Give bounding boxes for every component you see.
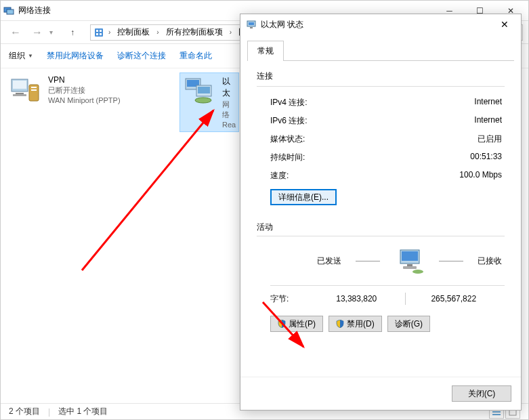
shield-icon xyxy=(278,320,286,328)
duration-value: 00:51:33 xyxy=(470,152,502,163)
history-dropdown[interactable]: ▾ xyxy=(49,28,60,36)
dialog-titlebar: 以太网 状态 ✕ xyxy=(240,14,521,35)
ipv6-value: Internet xyxy=(474,115,502,127)
speed-label: 速度: xyxy=(270,170,289,182)
svg-rect-2 xyxy=(95,28,103,37)
speed-value: 100.0 Mbps xyxy=(459,170,502,182)
chevron-right-icon: › xyxy=(227,28,234,36)
svg-rect-21 xyxy=(492,414,501,415)
network-device: Rea xyxy=(222,121,236,129)
diagnose-button[interactable]: 诊断这个连接 xyxy=(117,50,166,62)
svg-rect-26 xyxy=(250,27,253,28)
network-item-ethernet[interactable]: 以太 网络 Rea xyxy=(179,72,239,132)
network-item-vpn[interactable]: VPN 已断开连接 WAN Miniport (PPTP) xyxy=(6,72,169,107)
network-name: VPN xyxy=(48,75,121,85)
svg-rect-10 xyxy=(13,94,26,96)
control-panel-icon xyxy=(93,27,104,38)
network-status: 网络 xyxy=(222,100,236,120)
svg-point-31 xyxy=(412,270,423,274)
chevron-right-icon: › xyxy=(106,28,113,36)
network-name: 以太 xyxy=(222,76,236,99)
ipv4-label: IPv4 连接: xyxy=(270,97,308,108)
svg-rect-29 xyxy=(407,264,412,266)
svg-rect-13 xyxy=(31,89,37,91)
duration-label: 持续时间: xyxy=(270,152,305,163)
ethernet-icon xyxy=(183,76,215,104)
up-button[interactable]: ↑ xyxy=(63,23,82,42)
dialog-footer: 关闭(C) xyxy=(240,377,521,410)
disable-device-button[interactable]: 禁用此网络设备 xyxy=(47,50,104,62)
disable-button[interactable]: 禁用(D) xyxy=(329,316,382,332)
media-label: 媒体状态: xyxy=(270,133,305,145)
network-status: 已断开连接 xyxy=(48,85,121,96)
svg-point-18 xyxy=(195,98,211,103)
close-button[interactable]: 关闭(C) xyxy=(452,385,511,402)
action-buttons: 属性(P) 禁用(D) 诊断(G) xyxy=(257,308,505,335)
svg-rect-6 xyxy=(100,33,102,35)
media-value: 已启用 xyxy=(478,133,502,145)
svg-rect-4 xyxy=(100,30,102,32)
breadcrumb-item[interactable]: 所有控制面板项 xyxy=(163,25,226,39)
activity-header: 已发送 已接收 xyxy=(257,243,505,278)
properties-button[interactable]: 属性(P) xyxy=(270,316,323,332)
chevron-right-icon: › xyxy=(154,28,161,36)
back-button[interactable]: ← xyxy=(6,23,25,42)
connection-section-title: 连接 xyxy=(257,70,505,82)
breadcrumb-item[interactable]: 控制面板 xyxy=(114,25,152,39)
dialog-title: 以太网 状态 xyxy=(261,19,494,30)
svg-rect-5 xyxy=(96,33,98,35)
svg-rect-9 xyxy=(16,93,24,94)
details-button[interactable]: 详细信息(E)... xyxy=(270,189,337,205)
vpn-icon xyxy=(9,75,41,104)
organize-menu[interactable]: 组织▼ xyxy=(9,50,33,62)
network-item-info: 以太 网络 Rea xyxy=(222,76,236,129)
svg-rect-20 xyxy=(492,411,501,413)
svg-rect-3 xyxy=(96,30,98,32)
svg-rect-25 xyxy=(249,22,254,25)
network-device: WAN Miniport (PPTP) xyxy=(48,96,121,104)
ethernet-status-icon xyxy=(246,19,257,30)
svg-rect-17 xyxy=(198,87,210,93)
computer-icon xyxy=(395,246,425,276)
ethernet-status-dialog: 以太网 状态 ✕ 常规 连接 IPv4 连接:Internet IPv6 连接:… xyxy=(240,14,522,411)
dialog-close-button[interactable]: ✕ xyxy=(494,15,515,34)
tab-body: 连接 IPv4 连接:Internet IPv6 连接:Internet 媒体状… xyxy=(247,60,514,377)
ipv6-label: IPv6 连接: xyxy=(270,115,308,127)
tabstrip: 常规 xyxy=(240,35,521,60)
tab-general[interactable]: 常规 xyxy=(247,41,284,61)
svg-rect-1 xyxy=(7,9,14,14)
item-count: 2 个项目 xyxy=(9,406,40,417)
shield-icon xyxy=(336,320,344,328)
activity-section-title: 活动 xyxy=(257,222,505,233)
forward-button[interactable]: → xyxy=(28,23,47,42)
sent-label: 已发送 xyxy=(317,255,341,267)
network-item-info: VPN 已断开连接 WAN Miniport (PPTP) xyxy=(48,75,121,104)
network-icon xyxy=(3,5,14,16)
selected-count: 选中 1 个项目 xyxy=(58,406,108,417)
bytes-received: 265,567,822 xyxy=(406,294,503,303)
bytes-sent: 13,383,820 xyxy=(308,294,405,303)
svg-rect-12 xyxy=(31,87,37,88)
svg-rect-28 xyxy=(402,251,418,261)
svg-rect-8 xyxy=(13,81,26,89)
diagnose-button[interactable]: 诊断(G) xyxy=(387,316,430,332)
received-label: 已接收 xyxy=(478,255,502,267)
rename-button[interactable]: 重命名此 xyxy=(179,50,212,62)
svg-rect-30 xyxy=(403,266,417,269)
bytes-row: 字节: 13,383,820 265,567,822 xyxy=(257,290,505,308)
ipv4-value: Internet xyxy=(474,97,502,108)
bytes-label: 字节: xyxy=(270,293,308,305)
